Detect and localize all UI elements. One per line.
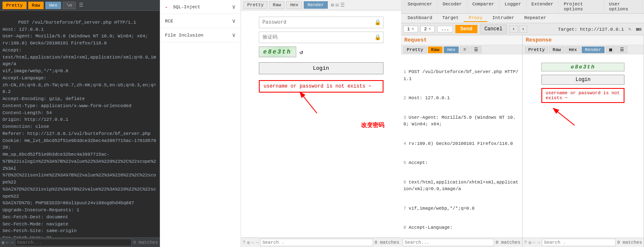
response-toolbar: Pretty Raw Hex Render ▦ ☰ [523, 45, 644, 54]
matches-label-mid: 0 matches [375, 240, 399, 245]
resp-tab-hex[interactable]: Hex [565, 46, 580, 53]
send-button[interactable]: Send [455, 25, 477, 33]
req-line-8: 8Accept-Language: [403, 224, 520, 231]
tab-project-options[interactable]: Project options [559, 0, 604, 13]
sql-inject-label: - SQL-Inject [165, 5, 200, 10]
tab-intruder[interactable]: Intruder [487, 15, 519, 22]
tab-dashboard[interactable]: Dashboard [403, 15, 437, 22]
tab-comparer[interactable]: Comparer [467, 0, 500, 13]
right-arrow-resp[interactable]: → [537, 240, 540, 245]
view-toggle[interactable]: ⊞⊟ [636, 27, 642, 32]
sql-inject-item[interactable]: - SQL-Inject ∨ [160, 0, 241, 14]
target-label: Target: http://127.0.0.1 ✎ [558, 27, 631, 32]
tab-hex-left[interactable]: Hex [45, 2, 61, 9]
req-tab-1-close[interactable]: × [412, 27, 414, 32]
mid-toolbar-icon1[interactable]: ⊞ [331, 2, 334, 8]
response-bottom: ? ⚙ ← → 0 matches [523, 237, 644, 247]
tab-ln-left[interactable]: \n [63, 2, 76, 9]
search-input-left[interactable] [15, 239, 132, 246]
mid-tab-render[interactable]: Render [304, 1, 328, 9]
request-header: Request [401, 35, 522, 45]
req-line-5: 5Accept: [403, 159, 520, 166]
tab-repeater[interactable]: Repeater [519, 15, 551, 22]
req-tab-hex[interactable]: Hex [444, 46, 459, 53]
req-tab-ln[interactable]: = [460, 46, 469, 53]
left-bottom-bar: ⚙ ← → 0 matches [0, 237, 160, 247]
request-toolbar: Pretty Raw Hex = ☰ [401, 45, 522, 54]
resp-tab-pretty[interactable]: Pretty [525, 46, 548, 53]
tab-decoder[interactable]: Decoder [438, 0, 467, 13]
left-nav: - SQL-Inject ∨ RCE ∨ File Inclusion ∨ [160, 0, 241, 247]
login-button[interactable]: Login [259, 62, 383, 74]
tab-pretty-left[interactable]: Pretty [2, 2, 27, 9]
tab-raw-left[interactable]: Raw [28, 2, 44, 9]
left-arrow-resp[interactable]: ← [533, 240, 536, 245]
req-tab-pretty[interactable]: Pretty [403, 46, 427, 53]
burp-second-tabs: Dashboard Target Proxy Intruder Repeater [401, 14, 644, 23]
question-icon-mid[interactable]: ? [243, 240, 246, 245]
lock-icon-password: 🔒 [374, 19, 381, 26]
mid-tab-pretty[interactable]: Pretty [243, 1, 268, 9]
login-form: 🔒 🔒 e8e3th ↺ Login username or password … [259, 17, 383, 93]
tab-sequencer[interactable]: Sequencer [403, 0, 438, 13]
red-arrow-resp [541, 105, 583, 130]
resp-tab-extra[interactable]: ▦ [606, 46, 615, 53]
req-line-7: 7vif,image/webp,*/*;q=0.8 [403, 205, 520, 212]
nav-fwd[interactable]: › [519, 25, 528, 33]
menu-icon-left[interactable]: ☰ [77, 1, 85, 9]
mid-toolbar-icon2[interactable]: ⊟ [336, 2, 339, 8]
tab-target[interactable]: Target [437, 15, 464, 22]
edit-icon[interactable]: ✎ [628, 27, 631, 32]
tab-user-options[interactable]: User options [604, 0, 642, 13]
right-arrow-left[interactable]: → [10, 240, 13, 245]
file-inclusion-label: File Inclusion [165, 33, 203, 38]
tab-logger[interactable]: Logger [499, 0, 526, 13]
nav-arrows: ‹ › [509, 25, 527, 33]
lock-icon-captcha: 🔒 [374, 34, 381, 41]
resp-tab-raw[interactable]: Raw [549, 46, 564, 53]
left-arrow-mid[interactable]: ← [251, 240, 254, 245]
svg-line-3 [554, 109, 575, 125]
req-tab-more[interactable]: ... [437, 26, 453, 32]
resp-error-message: username or password is not exists ~ [541, 88, 624, 103]
left-content-text: POST /vul/burteforce/bf_server.php HTTP/… [2, 20, 156, 237]
target-text: Target: http://127.0.0.1 [558, 27, 624, 32]
file-inclusion-item[interactable]: File Inclusion ∨ [160, 28, 241, 42]
rce-item[interactable]: RCE ∨ [160, 14, 241, 28]
captcha-refresh[interactable]: ↺ [300, 49, 303, 56]
password-field[interactable] [259, 17, 383, 28]
resp-tab-menu[interactable]: ☰ [617, 46, 627, 53]
gear-icon-mid[interactable]: ⚙ [247, 240, 250, 245]
req-tab-2[interactable]: 2 × [420, 26, 435, 32]
mid-tab-raw[interactable]: Raw [269, 1, 285, 9]
right-arrow-mid[interactable]: → [256, 240, 259, 245]
matches-req: 0 matches [496, 240, 520, 245]
mid-tab-hex[interactable]: Hex [286, 1, 302, 9]
req-tab-1[interactable]: 1 × [403, 26, 418, 32]
red-arrow-mid [284, 84, 334, 117]
req-tab-1-label: 1 [407, 27, 410, 32]
left-arrow-left[interactable]: ← [6, 240, 9, 245]
question-icon-resp[interactable]: ? [524, 240, 527, 245]
resp-login-button[interactable]: Login [541, 75, 624, 85]
req-line-3: 3User-Agent: Mozilla/5.0 (Windows NT 10.… [403, 114, 520, 128]
mid-toolbar-icon3[interactable]: ☰ [340, 2, 345, 8]
search-input-mid[interactable] [260, 239, 373, 246]
tab-proxy[interactable]: Proxy [464, 15, 487, 22]
req-tab-2-close[interactable]: × [428, 27, 431, 32]
req-tab-menu[interactable]: ☰ [471, 46, 482, 53]
left-content: POST /vul/burteforce/bf_server.php HTTP/… [0, 11, 160, 237]
tab-extender[interactable]: Extender [526, 0, 559, 13]
captcha-image: e8e3th [259, 46, 296, 57]
search-input-resp[interactable] [542, 239, 616, 246]
gear-icon-resp[interactable]: ⚙ [528, 240, 531, 245]
captcha-field[interactable] [259, 32, 383, 43]
req-tab-raw[interactable]: Raw [428, 46, 443, 53]
search-input-req[interactable] [403, 239, 494, 246]
gear-icon-left[interactable]: ⚙ [2, 240, 5, 245]
nav-back[interactable]: ‹ [509, 25, 518, 33]
burp-top-tabs: Sequencer Decoder Comparer Logger Extend… [401, 0, 644, 14]
response-render-content: e8e3th Login username or password is not… [523, 54, 644, 237]
cancel-button[interactable]: Cancel [480, 24, 507, 34]
resp-tab-render[interactable]: Render [582, 46, 605, 53]
